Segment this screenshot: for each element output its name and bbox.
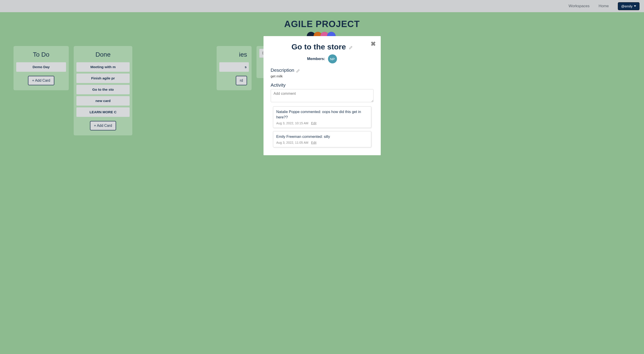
member-avatar[interactable]: NP <box>328 54 337 63</box>
comment-item: Natalie Poppe commented: oops how did th… <box>273 106 371 128</box>
card[interactable]: LEARN MORE C <box>76 107 130 117</box>
list-title: ies <box>219 51 249 58</box>
pencil-icon[interactable] <box>296 68 300 72</box>
card[interactable]: Finish agile pr <box>76 74 130 83</box>
card[interactable]: Meeting with m <box>76 62 130 72</box>
pencil-icon[interactable] <box>349 43 352 46</box>
nav-home[interactable]: Home <box>598 4 608 8</box>
members-row: Members: NP <box>271 54 374 63</box>
comment-meta: Aug 3, 2022, 11:05 AM Edit <box>276 141 368 144</box>
list-column: Done Meeting with m Finish agile pr Go t… <box>74 46 132 135</box>
activity-label: Activity <box>271 82 286 88</box>
user-handle: @emily <box>621 4 632 8</box>
add-card-button[interactable]: + Add Card <box>90 121 116 130</box>
members-label: Members: <box>307 57 325 61</box>
list-title: Done <box>76 51 130 58</box>
comment-timestamp: Aug 3, 2022, 10:15 AM <box>276 121 308 125</box>
description-text: get milk <box>271 74 374 78</box>
top-nav: Workspaces Home @emily <box>0 0 644 12</box>
list-column: ies s rd <box>216 46 252 90</box>
edit-comment-link[interactable]: Edit <box>311 121 316 125</box>
add-card-button[interactable]: + Add Card <box>28 76 54 85</box>
comment-item: Emily Freeman commented: silly Aug 3, 20… <box>273 131 371 147</box>
nav-workspaces[interactable]: Workspaces <box>568 4 590 8</box>
user-menu-button[interactable]: @emily <box>618 2 640 10</box>
list-title: To Do <box>16 51 66 58</box>
edit-comment-link[interactable]: Edit <box>311 141 316 144</box>
activity-heading: Activity <box>271 82 374 88</box>
add-card-button[interactable]: rd <box>236 76 247 85</box>
card[interactable]: s <box>219 62 249 72</box>
card[interactable]: Go to the sto <box>76 85 130 94</box>
comment-text: Natalie Poppe commented: oops how did th… <box>276 109 368 120</box>
chevron-down-icon <box>634 6 636 7</box>
comment-timestamp: Aug 3, 2022, 11:05 AM <box>276 141 308 144</box>
card[interactable]: Demo Day <box>16 62 66 72</box>
card-title: Go to the store <box>271 43 374 51</box>
description-heading: Description <box>271 68 374 73</box>
add-comment-input[interactable] <box>271 89 374 102</box>
list-column: To Do Demo Day + Add Card <box>14 46 69 90</box>
board-title: AGILE PROJECT <box>0 12 644 29</box>
card-detail-modal: ✖ Go to the store Members: NP Descriptio… <box>264 36 381 155</box>
description-label: Description <box>271 68 294 73</box>
comment-text: Emily Freeman commented: silly <box>276 134 368 139</box>
comment-meta: Aug 3, 2022, 10:15 AM Edit <box>276 121 368 125</box>
card-title-text: Go to the store <box>292 43 346 51</box>
card[interactable]: new card <box>76 96 130 106</box>
